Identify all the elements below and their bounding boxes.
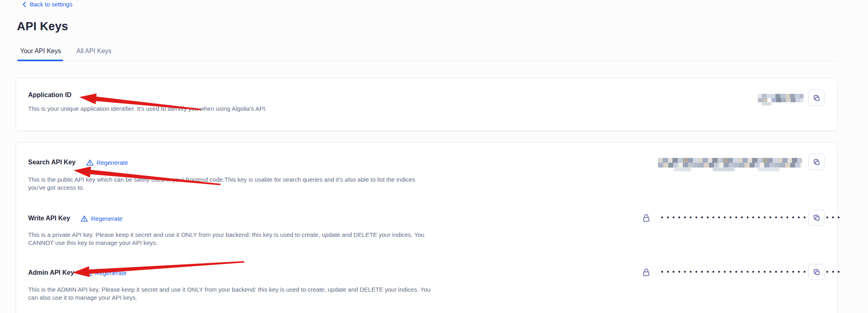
chevron-left-icon: [23, 2, 26, 7]
api-keys-page: Back to settings API Keys Your API Keys …: [0, 0, 868, 313]
back-link-label: Back to settings: [30, 1, 72, 8]
copy-write-api-key-button[interactable]: [808, 209, 825, 226]
admin-api-key-description: This is the ADMIN API key. Please keep i…: [28, 286, 431, 302]
copy-admin-api-key-button[interactable]: [808, 264, 825, 280]
regenerate-write-key-link[interactable]: Regenerate: [80, 215, 122, 222]
regenerate-search-key-link[interactable]: Regenerate: [86, 159, 128, 166]
blurred-search-api-key-value: [658, 158, 802, 168]
write-api-key-title: Write API Key: [28, 215, 70, 222]
page-title: API Keys: [17, 20, 68, 33]
warning-triangle-icon: [85, 269, 92, 276]
search-api-key-description: This is the public API key which can be …: [28, 176, 415, 192]
api-keys-card: Search API Key Regenerate This is the pu…: [16, 142, 837, 313]
api-key-row-admin: Admin API Key Regenerate: [28, 269, 127, 276]
application-id-description: This is your unique application identifi…: [28, 105, 267, 113]
application-id-card: Application ID This is your unique appli…: [16, 78, 837, 131]
api-key-row-search: Search API Key Regenerate: [28, 159, 128, 166]
blurred-application-id-value: [758, 94, 804, 102]
active-tab-underline: [17, 60, 63, 61]
copy-icon: [813, 268, 821, 276]
copy-search-api-key-button[interactable]: [808, 154, 825, 170]
regenerate-admin-key-link[interactable]: Regenerate: [85, 269, 126, 276]
admin-api-key-title: Admin API Key: [28, 269, 74, 276]
tabs-divider: [16, 61, 837, 61]
application-id-title: Application ID: [28, 91, 72, 99]
copy-icon: [813, 158, 821, 166]
lock-icon: [642, 214, 650, 222]
search-api-key-title: Search API Key: [28, 159, 76, 166]
tab-bar: Your API Keys All API Keys: [19, 48, 112, 55]
regenerate-label: Regenerate: [95, 269, 126, 276]
copy-icon: [813, 94, 821, 102]
regenerate-label: Regenerate: [97, 159, 128, 166]
tab-your-api-keys[interactable]: Your API Keys: [19, 48, 62, 55]
api-key-row-write: Write API Key Regenerate: [28, 215, 122, 222]
warning-triangle-icon: [86, 159, 94, 166]
copy-icon: [813, 214, 821, 222]
lock-icon: [642, 268, 650, 277]
tab-all-api-keys[interactable]: All API Keys: [76, 48, 112, 55]
back-to-settings-link[interactable]: Back to settings: [23, 1, 72, 8]
write-api-key-description: This is a private API key. Please keep i…: [28, 231, 425, 247]
warning-triangle-icon: [80, 215, 88, 222]
copy-application-id-button[interactable]: [808, 90, 825, 106]
regenerate-label: Regenerate: [91, 215, 122, 222]
